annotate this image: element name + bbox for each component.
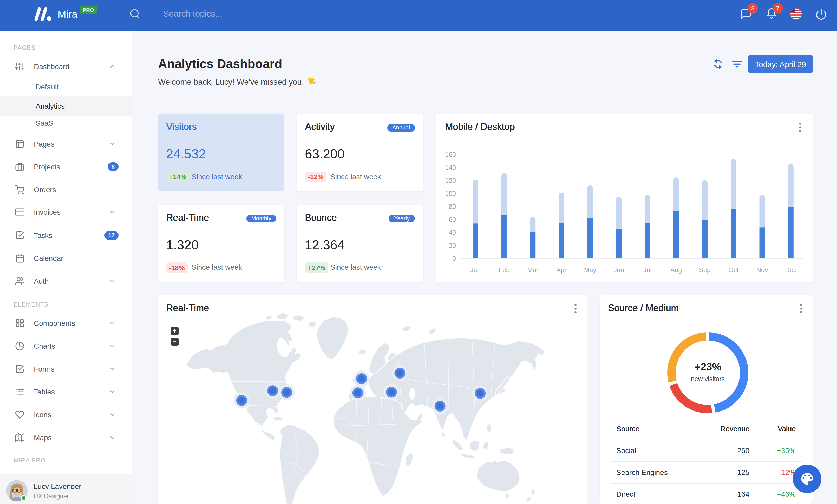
svg-text:100: 100 [445, 190, 456, 197]
svg-text:Nov: Nov [756, 266, 768, 274]
svg-text:May: May [584, 266, 596, 274]
svg-text:Aug: Aug [670, 266, 682, 274]
svg-text:60: 60 [449, 216, 456, 223]
svg-text:160: 160 [445, 151, 456, 158]
svg-text:Oct: Oct [728, 266, 738, 274]
svg-text:Jul: Jul [643, 266, 652, 274]
svg-text:Jun: Jun [613, 266, 624, 274]
svg-text:Dec: Dec [785, 266, 797, 274]
svg-text:Jan: Jan [470, 266, 481, 274]
svg-text:140: 140 [445, 164, 456, 171]
svg-text:0: 0 [452, 255, 456, 262]
svg-text:40: 40 [449, 229, 456, 236]
svg-text:Sep: Sep [699, 266, 710, 274]
svg-text:new visitors: new visitors [691, 375, 725, 382]
svg-text:Mar: Mar [527, 266, 538, 274]
svg-text:80: 80 [449, 203, 456, 210]
svg-text:+23%: +23% [694, 361, 721, 373]
svg-text:120: 120 [445, 177, 456, 184]
svg-text:Apr: Apr [556, 266, 567, 274]
svg-text:Feb: Feb [499, 266, 510, 274]
svg-text:20: 20 [449, 242, 456, 249]
